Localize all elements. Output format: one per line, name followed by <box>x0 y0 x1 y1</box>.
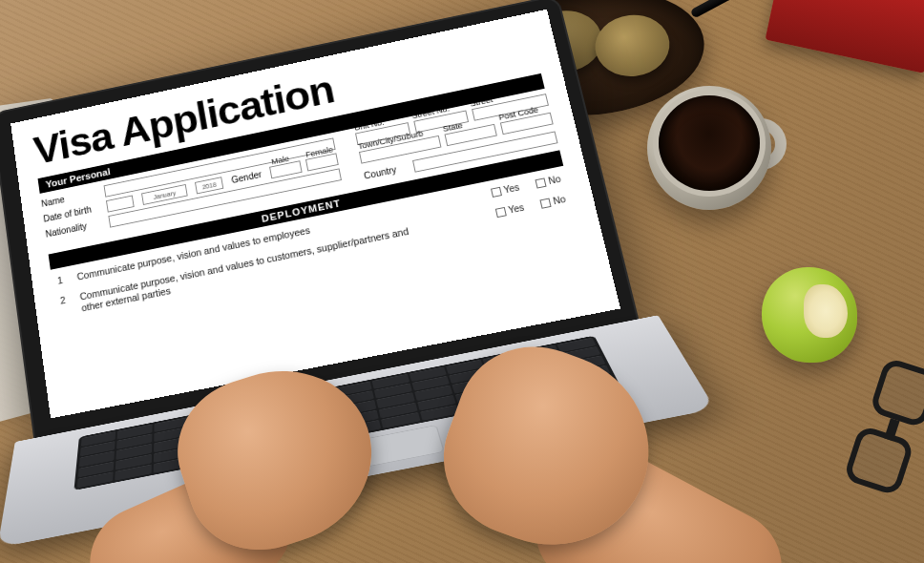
deployment-1-no[interactable]: No <box>535 174 561 189</box>
deployment-2-yes[interactable]: Yes <box>495 202 525 218</box>
red-notebook <box>766 0 924 73</box>
input-dob-year[interactable]: 2018 <box>195 177 223 194</box>
bitten-apple <box>762 267 857 363</box>
eyeglasses <box>835 354 924 513</box>
deployment-2-no[interactable]: No <box>539 195 566 210</box>
no-label-2: No <box>552 195 566 207</box>
deployment-item-2-num: 2 <box>59 294 72 306</box>
yes-label: Yes <box>503 182 520 195</box>
input-dob-day[interactable] <box>106 196 135 213</box>
dob-year-value: 2018 <box>201 181 217 190</box>
deployment-item-1-num: 1 <box>56 274 69 286</box>
deployment-1-yes[interactable]: Yes <box>491 182 520 198</box>
label-country: Country <box>363 163 406 182</box>
dob-month-value: January <box>153 189 176 199</box>
yes-label-2: Yes <box>507 202 525 215</box>
no-label: No <box>547 174 561 186</box>
